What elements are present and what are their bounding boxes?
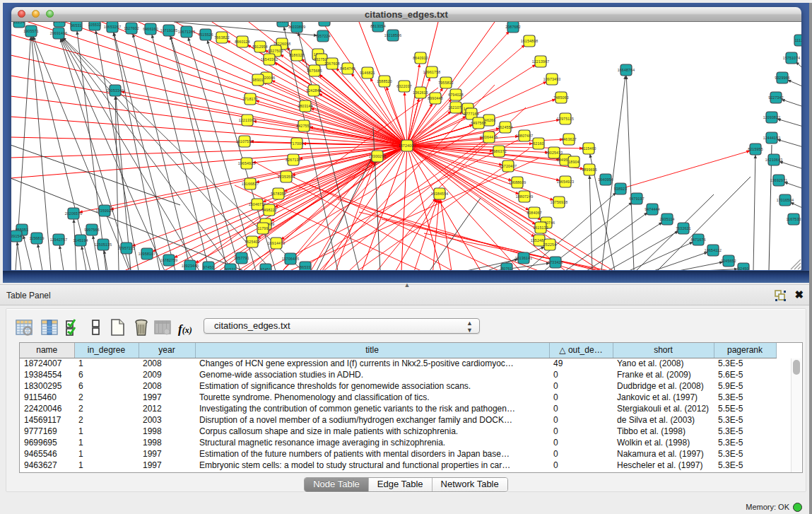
svg-text:12213363: 12213363: [239, 118, 257, 122]
svg-text:13692971: 13692971: [770, 178, 788, 182]
svg-text:8454749: 8454749: [340, 66, 355, 71]
svg-text:9997566: 9997566: [84, 228, 100, 232]
svg-text:7632621: 7632621: [676, 226, 691, 230]
svg-text:98901: 98901: [252, 78, 263, 82]
svg-text:19166827: 19166827: [242, 182, 259, 186]
svg-text:8427552: 8427552: [296, 124, 312, 128]
svg-text:16914479: 16914479: [268, 241, 286, 245]
svg-text:8813054: 8813054: [370, 24, 386, 28]
svg-text:17957225: 17957225: [118, 246, 136, 250]
svg-text:1362615: 1362615: [413, 90, 428, 95]
svg-text:1615132: 1615132: [533, 226, 548, 230]
svg-text:9227342: 9227342: [768, 95, 784, 100]
svg-text:10025433: 10025433: [546, 151, 563, 155]
svg-text:97451: 97451: [260, 267, 271, 270]
svg-text:80331: 80331: [319, 22, 329, 23]
svg-text:7955812: 7955812: [438, 81, 454, 85]
svg-text:7515526: 7515526: [198, 33, 213, 37]
svg-text:3675685: 3675685: [307, 69, 322, 73]
svg-text:12213967: 12213967: [532, 59, 550, 64]
svg-text:20092: 20092: [54, 22, 64, 23]
svg-text:9657791: 9657791: [234, 256, 249, 260]
svg-text:9115460: 9115460: [581, 146, 596, 151]
svg-text:20206576: 20206576: [65, 211, 83, 216]
svg-text:19384554: 19384554: [431, 192, 449, 196]
svg-text:92450: 92450: [738, 267, 748, 270]
svg-text:10654112: 10654112: [705, 248, 722, 252]
svg-text:10671365: 10671365: [178, 30, 196, 34]
svg-text:3498222: 3498222: [261, 208, 277, 212]
svg-text:16782759: 16782759: [160, 258, 178, 262]
svg-text:10653267: 10653267: [104, 25, 122, 29]
svg-text:18904: 18904: [568, 160, 579, 164]
svg-text:97450: 97450: [203, 265, 213, 269]
svg-text:19654925: 19654925: [238, 161, 256, 165]
svg-text:9327503: 9327503: [268, 49, 283, 53]
svg-text:6794028: 6794028: [448, 93, 464, 97]
svg-text:1640954: 1640954: [598, 177, 613, 182]
svg-text:2718170: 2718170: [242, 97, 258, 101]
svg-text:6322037: 6322037: [396, 84, 412, 88]
svg-text:1527602: 1527602: [124, 26, 139, 30]
svg-text:9084067: 9084067: [526, 211, 542, 215]
svg-text:1733426: 1733426: [548, 260, 563, 264]
svg-text:12975115: 12975115: [557, 117, 574, 121]
svg-text:9242848: 9242848: [306, 88, 322, 93]
svg-text:1905571: 1905571: [23, 29, 39, 33]
svg-text:252254: 252254: [543, 243, 557, 247]
svg-text:2087682: 2087682: [505, 25, 521, 29]
svg-text:12444153: 12444153: [763, 136, 781, 140]
svg-text:2803144: 2803144: [298, 104, 313, 108]
svg-text:20364436: 20364436: [481, 135, 498, 139]
svg-text:7485063: 7485063: [553, 95, 569, 100]
svg-text:12942757: 12942757: [50, 238, 68, 242]
svg-text:16543362: 16543362: [261, 57, 278, 62]
svg-text:1588520: 1588520: [377, 79, 392, 83]
svg-text:105532: 105532: [88, 23, 102, 27]
svg-text:5678352: 5678352: [271, 192, 286, 196]
svg-text:10807487: 10807487: [516, 134, 534, 138]
svg-text:10756928: 10756928: [551, 200, 568, 204]
svg-text:18807249: 18807249: [516, 194, 534, 199]
svg-text:16210643: 16210643: [765, 158, 783, 162]
svg-text:10688609: 10688609: [509, 180, 526, 185]
svg-text:8267130: 8267130: [286, 158, 301, 162]
svg-text:8660124: 8660124: [235, 40, 250, 44]
svg-text:8215955: 8215955: [748, 147, 763, 151]
svg-text:12505135: 12505135: [95, 243, 112, 247]
svg-text:6466160: 6466160: [143, 27, 158, 31]
svg-text:9463627: 9463627: [561, 137, 577, 141]
svg-text:2935114: 2935114: [659, 217, 674, 221]
svg-text:15751074: 15751074: [783, 56, 801, 60]
svg-text:12093822: 12093822: [763, 115, 781, 119]
svg-text:10719185: 10719185: [160, 28, 178, 33]
svg-text:717006: 717006: [290, 141, 304, 146]
svg-text:66089: 66089: [277, 22, 288, 23]
svg-text:16648764: 16648764: [618, 68, 635, 72]
svg-text:10923445: 10923445: [182, 264, 199, 268]
svg-text:16033809: 16033809: [288, 25, 306, 29]
svg-text:1621072: 1621072: [448, 105, 464, 110]
svg-text:1167533: 1167533: [786, 217, 801, 221]
svg-text:7357224: 7357224: [315, 34, 331, 38]
svg-text:9899695: 9899695: [582, 168, 597, 172]
svg-text:9329966: 9329966: [775, 76, 790, 80]
svg-text:15136141: 15136141: [515, 256, 533, 260]
svg-text:17016504: 17016504: [777, 198, 794, 202]
svg-text:11799: 11799: [257, 226, 268, 230]
svg-text:19654923: 19654923: [557, 180, 575, 184]
svg-text:20053346: 20053346: [107, 88, 124, 93]
svg-text:7663822: 7663822: [214, 35, 230, 40]
svg-text:8912954: 8912954: [252, 45, 268, 49]
svg-text:6497568: 6497568: [471, 121, 486, 125]
svg-text:938923: 938923: [614, 187, 628, 191]
svg-text:19218506: 19218506: [384, 33, 402, 37]
svg-text:16107553: 16107553: [236, 139, 254, 144]
svg-text:20691406: 20691406: [50, 31, 68, 35]
svg-text:6479197: 6479197: [629, 197, 645, 201]
svg-text:7986372: 7986372: [491, 149, 507, 153]
svg-text:18724007: 18724007: [399, 144, 416, 148]
svg-text:7625402: 7625402: [245, 240, 260, 244]
svg-text:15706485: 15706485: [282, 257, 300, 261]
svg-text:10961758: 10961758: [423, 70, 441, 74]
